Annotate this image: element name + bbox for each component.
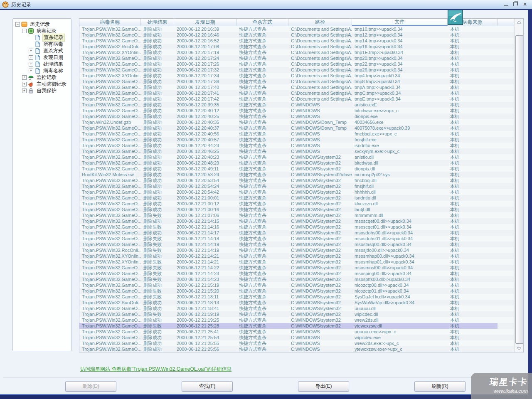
expand-toggle-icon[interactable]: + <box>22 75 27 80</box>
restore-button[interactable] <box>512 1 518 7</box>
tree-item[interactable]: +自我保护 <box>13 87 71 94</box>
table-row[interactable]: Trojan.PSW.Win32.XYOnlin...删除成功2000-06-1… <box>79 49 523 55</box>
table-row[interactable]: Trojan.PSW.Win32.GameO...删除成功2000-06-12 … <box>79 67 523 73</box>
table-row[interactable]: Trojan.PSW.Win32.GameO...删除失败2000-06-12 … <box>79 236 523 241</box>
tree-item[interactable]: +监控记录 <box>13 74 71 81</box>
table-row[interactable]: Trojan.PSW.Win32.GameO...删除成功2000-06-12 … <box>79 183 523 189</box>
table-row[interactable]: Trojan.PSW.Win32.RocOnli...删除成功2000-06-1… <box>79 44 523 49</box>
table-row[interactable]: Trojan.PSW.Win32.GameO...删除失败2000-06-12 … <box>79 276 523 282</box>
column-header-virus-name[interactable]: 病毒名称 <box>79 19 141 26</box>
table-row[interactable]: Trojan.PSW.Win32.GameO...删除成功2000-06-12 … <box>79 137 523 143</box>
minimize-button[interactable] <box>503 1 509 7</box>
expand-toggle-icon[interactable]: + <box>29 49 33 53</box>
column-header-result[interactable]: 处理结果 <box>141 19 174 26</box>
scrollbar-thumb[interactable] <box>515 35 523 344</box>
table-row[interactable]: RootKit.Win32.Mnless.sw删除成功2000-06-12 20… <box>79 172 523 177</box>
table-row[interactable]: Trojan.PSW.Win32.XYOnlin...删除成功2000-06-1… <box>79 253 523 259</box>
tree-item-label[interactable]: 所有病毒 <box>42 41 64 48</box>
table-row[interactable]: Trojan.PSW.Win32.GameO...删除成功2000-06-12 … <box>79 317 523 323</box>
refresh-button[interactable]: 刷新(R) <box>414 381 466 392</box>
table-row[interactable]: Trojan.PSW.Win32.GameO...删除成功2000-06-12 … <box>79 32 523 38</box>
table-row[interactable]: Trojan.PSW.Win32.SunOnli...删除成功2000-06-1… <box>79 300 523 305</box>
tree-item[interactable]: +处理结果 <box>13 61 71 67</box>
table-row[interactable]: Trojan.PSW.Win32.GameO...删除成功2000-06-12 … <box>79 79 523 84</box>
table-row[interactable]: Trojan.PSW.Win32.GameO...删除成功2000-06-12 … <box>79 108 523 113</box>
table-row[interactable]: Trojan.PSW.Win32.GameO...删除成功2000-06-12 … <box>79 177 523 183</box>
collapse-toggle-icon[interactable]: − <box>15 22 20 27</box>
table-row[interactable]: Trojan.PSW.Win32.GameO...删除成功2000-06-12 … <box>79 131 523 137</box>
table-row[interactable]: Trojan.PSW.Win32.GameO...删除成功2000-06-12 … <box>79 335 523 340</box>
table-row[interactable]: Trojan.PSW.Win32.GameO...删除失败2000-06-12 … <box>79 311 523 317</box>
tree-item-label[interactable]: 发现日期 <box>42 54 64 61</box>
table-row[interactable]: Trojan.PSW.Win32.GameO...删除成功2000-06-12 … <box>79 26 523 32</box>
table-row[interactable]: Trojan.PSW.Win32.GameO...删除失败2000-06-12 … <box>79 294 523 300</box>
export-button[interactable]: 导出(E) <box>298 381 349 392</box>
collapse-toggle-icon[interactable]: − <box>22 29 27 33</box>
table-row[interactable]: Trojan.PSW.Win32.GameO...删除成功2000-06-12 … <box>79 160 523 166</box>
table-row[interactable]: Trojan.PSW.Win32.GameO...删除成功2000-06-12 … <box>79 207 523 212</box>
table-row[interactable]: Trojan.PSW.Win32.GameO...删除成功2000-06-12 … <box>79 113 523 119</box>
table-row[interactable]: Trojan.PSW.Win32.XYOnlin...删除失败2000-06-1… <box>79 259 523 265</box>
scroll-up-arrow[interactable] <box>515 19 523 25</box>
table-row[interactable]: Trojan.PSW.Win32.GameO...删除成功2000-06-12 … <box>79 154 523 160</box>
table-row[interactable]: Trojan.PSW.Win32.GameO...删除失败2000-06-12 … <box>79 323 523 329</box>
table-row[interactable]: Trojan.PSW.Win32.GameO...删除成功2000-06-12 … <box>79 201 523 207</box>
tree-item[interactable]: +主动防御记录 <box>13 81 71 87</box>
table-row[interactable]: Trojan.PSW.Win32.GameO...删除成功2000-06-12 … <box>79 90 523 96</box>
table-row[interactable]: Trojan.PSW.Win32.GameO...删除失败2000-06-12 … <box>79 241 523 247</box>
expand-toggle-icon[interactable]: + <box>22 89 27 93</box>
table-row[interactable]: Trojan.PSW.Win32.GameO...删除成功2000-06-12 … <box>79 61 523 67</box>
tree-item[interactable]: −历史记录 <box>13 21 71 27</box>
tree-item[interactable]: +查杀方式 <box>13 47 71 54</box>
vertical-scrollbar[interactable] <box>514 19 523 352</box>
close-button[interactable]: × <box>522 1 528 7</box>
table-row[interactable]: Trojan.PSW.Win32.GameO...删除成功2000-06-12 … <box>79 218 523 224</box>
table-row[interactable]: Trojan.PSW.Win32.GameO...删除成功2000-06-12 … <box>79 38 523 44</box>
tree-item-label[interactable]: 自我保护 <box>36 87 57 94</box>
table-row[interactable]: Trojan.PSW.Win32.GameO...删除失败2000-06-12 … <box>79 288 523 294</box>
table-row[interactable]: Trojan.PSW.Win32.GameO...删除成功2000-06-12 … <box>79 329 523 335</box>
table-row[interactable]: Trojan.PSW.Win32.GameO...删除失败2000-06-12 … <box>79 265 523 271</box>
table-row[interactable]: Trojan.PSW.Win32.GameO...删除成功2000-06-12 … <box>79 282 523 288</box>
table-row[interactable]: Trojan.PSW.Win32.GameO...删除成功2000-06-12 … <box>79 305 523 311</box>
column-header-scan-method[interactable]: 查杀方式 <box>236 19 288 26</box>
table-row[interactable]: Trojan.PSW.Win32.GameO...删除成功2000-06-12 … <box>79 346 523 352</box>
tree-item-label[interactable]: 监控记录 <box>36 74 57 81</box>
table-row[interactable]: Trojan.PSW.Win32.GameO...删除成功2000-06-12 … <box>79 143 523 148</box>
tree-item-label[interactable]: 历史记录 <box>29 21 51 28</box>
scroll-down-arrow[interactable] <box>515 346 523 352</box>
column-header-path[interactable]: 路径 <box>288 19 352 26</box>
table-row[interactable]: Trojan.PSW.Win32.GameO...删除成功2000-06-12 … <box>79 166 523 172</box>
table-row[interactable]: Trojan.PSW.Win32.GameO...删除成功2000-06-12 … <box>79 125 523 131</box>
expand-toggle-icon[interactable]: + <box>29 69 33 73</box>
expand-toggle-icon[interactable]: + <box>29 62 33 66</box>
table-row[interactable]: Trojan.PSW.Win32.GameO...删除失败2000-06-12 … <box>79 212 523 218</box>
table-row[interactable]: Trojan.PSW.Win32.GameO...删除成功2000-06-12 … <box>79 148 523 154</box>
table-row[interactable]: Trojan.PSW.Win32.GameO...删除失败2000-06-12 … <box>79 224 523 230</box>
column-header-file[interactable]: 文件 <box>352 19 448 26</box>
tree-item[interactable]: +病毒名称 <box>13 67 71 74</box>
tree-item-label[interactable]: 处理结果 <box>42 61 64 68</box>
tree-item[interactable]: +发现日期 <box>13 54 71 61</box>
table-row[interactable]: Trojan.PSW.Win32.GameO...删除成功2000-06-12 … <box>79 340 523 346</box>
table-row[interactable]: Trojan.PSW.Win32.GameO...删除成功2000-06-12 … <box>79 55 523 61</box>
table-row[interactable]: Trojan.PSW.Win32.RocOnli...删除失败2000-06-1… <box>79 247 523 253</box>
table-row[interactable]: Trojan.PSW.Win32.GameO...删除成功2000-06-12 … <box>79 102 523 108</box>
column-header-date[interactable]: 发现日期 <box>174 19 236 26</box>
table-row[interactable]: Trojan.PSW.Win32.GameO...删除失败2000-06-12 … <box>79 271 523 276</box>
find-button[interactable]: 查找(F) <box>182 381 233 392</box>
tree-item[interactable]: 查杀记录 <box>13 34 71 41</box>
tree-item-label[interactable]: 主动防御记录 <box>36 81 67 88</box>
table-row[interactable]: Trojan.PSW.Win32.GameO...删除成功2000-06-12 … <box>79 230 523 236</box>
table-row[interactable]: Trojan.PSW.Win32.GameO...删除成功2000-06-12 … <box>79 84 523 90</box>
tree-item-label[interactable]: 查杀方式 <box>42 47 64 54</box>
table-row[interactable]: Trojan.Win32.Undef.gzb删除成功2000-06-12 20:… <box>79 119 523 125</box>
expand-toggle-icon[interactable]: + <box>29 55 33 60</box>
table-row[interactable]: Trojan.PSW.Win32.XYOnlin...删除成功2000-06-1… <box>79 73 523 79</box>
table-row[interactable]: Trojan.PSW.Win32.GameO...删除成功2000-06-12 … <box>79 195 523 201</box>
table-row[interactable]: Trojan.PSW.Win32.GameO...删除成功2000-06-12 … <box>79 96 523 102</box>
virus-detail-link[interactable]: 访问瑞星网站 查看病毒"Trojan.PSW.Win32.GameOL.oai"… <box>80 366 232 373</box>
table-row[interactable]: Trojan.PSW.Win32.GameO...删除成功2000-06-12 … <box>79 189 523 195</box>
tree-item[interactable]: 所有病毒 <box>13 41 71 47</box>
tree-item-label[interactable]: 病毒名称 <box>42 67 64 74</box>
